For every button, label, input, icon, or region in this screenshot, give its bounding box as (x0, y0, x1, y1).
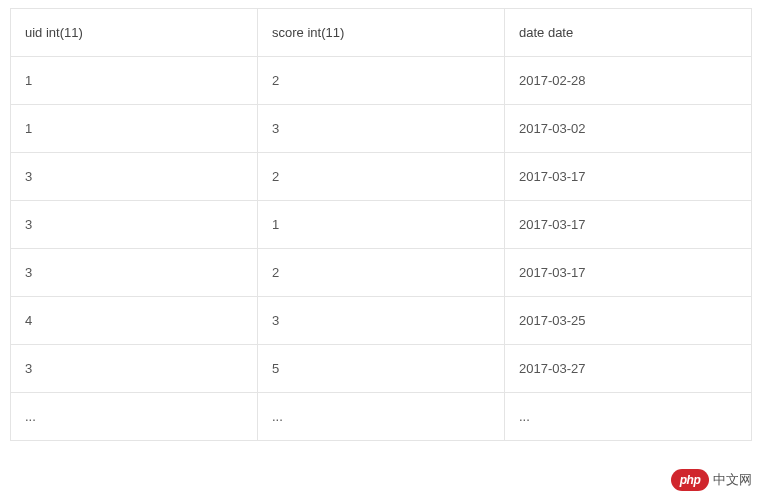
column-header-score: score int(11) (258, 9, 505, 57)
cell-date: 2017-03-17 (505, 249, 752, 297)
cell-uid: 1 (11, 57, 258, 105)
php-logo-icon: php (671, 469, 709, 491)
cell-uid: ... (11, 393, 258, 441)
column-header-uid: uid int(11) (11, 9, 258, 57)
watermark-brand-text: 中文网 (713, 471, 752, 489)
cell-uid: 4 (11, 297, 258, 345)
cell-date: ... (505, 393, 752, 441)
column-header-date: date date (505, 9, 752, 57)
table-row: 3 2 2017-03-17 (11, 249, 752, 297)
table-row: 1 2 2017-02-28 (11, 57, 752, 105)
cell-score: 2 (258, 57, 505, 105)
cell-date: 2017-03-17 (505, 153, 752, 201)
table-row: 4 3 2017-03-25 (11, 297, 752, 345)
cell-score: 3 (258, 105, 505, 153)
cell-date: 2017-03-02 (505, 105, 752, 153)
table-row: 1 3 2017-03-02 (11, 105, 752, 153)
table-row: 3 1 2017-03-17 (11, 201, 752, 249)
data-table: uid int(11) score int(11) date date 1 2 … (10, 8, 752, 441)
cell-score: 5 (258, 345, 505, 393)
cell-date: 2017-02-28 (505, 57, 752, 105)
cell-score: ... (258, 393, 505, 441)
cell-score: 3 (258, 297, 505, 345)
watermark: php 中文网 (671, 469, 752, 491)
cell-date: 2017-03-25 (505, 297, 752, 345)
table-body: 1 2 2017-02-28 1 3 2017-03-02 3 2 2017-0… (11, 57, 752, 441)
cell-score: 2 (258, 153, 505, 201)
cell-date: 2017-03-17 (505, 201, 752, 249)
cell-score: 2 (258, 249, 505, 297)
cell-uid: 3 (11, 153, 258, 201)
table-header-row: uid int(11) score int(11) date date (11, 9, 752, 57)
table-row: 3 2 2017-03-17 (11, 153, 752, 201)
cell-uid: 3 (11, 345, 258, 393)
cell-uid: 3 (11, 201, 258, 249)
cell-uid: 1 (11, 105, 258, 153)
cell-date: 2017-03-27 (505, 345, 752, 393)
cell-score: 1 (258, 201, 505, 249)
table-row: ... ... ... (11, 393, 752, 441)
table-row: 3 5 2017-03-27 (11, 345, 752, 393)
cell-uid: 3 (11, 249, 258, 297)
